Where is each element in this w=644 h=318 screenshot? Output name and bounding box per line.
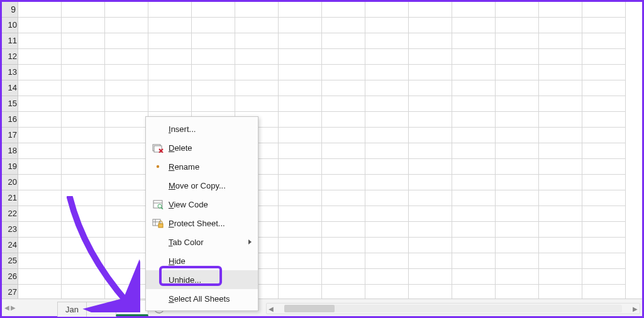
menu-item-delete[interactable]: Delete xyxy=(146,138,258,157)
cell[interactable] xyxy=(18,238,62,253)
cell[interactable] xyxy=(365,112,409,128)
menu-item-insert[interactable]: Insert... xyxy=(146,119,258,138)
cell[interactable] xyxy=(322,175,365,190)
cell[interactable] xyxy=(539,269,582,285)
cell[interactable] xyxy=(452,175,496,190)
cell[interactable] xyxy=(322,2,365,18)
cell[interactable] xyxy=(365,253,409,269)
cell[interactable] xyxy=(496,33,539,49)
horizontal-scrollbar[interactable]: ◀ ▶ xyxy=(266,303,640,314)
spreadsheet-grid[interactable]: 910111213141516171819202122232425262728 xyxy=(2,2,642,300)
row-header[interactable]: 18 xyxy=(2,143,18,159)
cell[interactable] xyxy=(409,65,452,80)
cell[interactable] xyxy=(452,18,496,33)
cell[interactable] xyxy=(18,2,62,18)
cell[interactable] xyxy=(365,190,409,206)
cell[interactable] xyxy=(279,269,322,285)
cell[interactable] xyxy=(322,49,365,65)
row-header[interactable]: 22 xyxy=(2,206,18,222)
cells-area[interactable] xyxy=(18,2,642,300)
cell[interactable] xyxy=(235,33,279,49)
cell[interactable] xyxy=(539,112,582,128)
cell[interactable] xyxy=(452,96,496,112)
cell[interactable] xyxy=(322,128,365,143)
cell[interactable] xyxy=(409,238,452,253)
cell[interactable] xyxy=(148,96,192,112)
cell[interactable] xyxy=(582,49,626,65)
cell[interactable] xyxy=(62,2,105,18)
cell[interactable] xyxy=(18,80,62,96)
cell[interactable] xyxy=(409,269,452,285)
cell[interactable] xyxy=(322,159,365,175)
cell[interactable] xyxy=(365,128,409,143)
cell[interactable] xyxy=(18,18,62,33)
cell[interactable] xyxy=(496,65,539,80)
cell[interactable] xyxy=(322,238,365,253)
cell[interactable] xyxy=(62,112,105,128)
cell[interactable] xyxy=(322,253,365,269)
cell[interactable] xyxy=(365,222,409,238)
cell[interactable] xyxy=(452,190,496,206)
cell[interactable] xyxy=(409,206,452,222)
cell[interactable] xyxy=(322,96,365,112)
row-header[interactable]: 25 xyxy=(2,253,18,269)
cell[interactable] xyxy=(18,96,62,112)
cell[interactable] xyxy=(452,33,496,49)
cell[interactable] xyxy=(62,49,105,65)
cell[interactable] xyxy=(18,206,62,222)
row-header[interactable]: 14 xyxy=(2,80,18,96)
cell[interactable] xyxy=(279,33,322,49)
cell[interactable] xyxy=(582,159,626,175)
cell[interactable] xyxy=(192,33,235,49)
cell[interactable] xyxy=(279,112,322,128)
cell[interactable] xyxy=(539,80,582,96)
cell[interactable] xyxy=(62,159,105,175)
menu-item-select_all[interactable]: Select All Sheets xyxy=(146,289,258,308)
cell[interactable] xyxy=(62,175,105,190)
cell[interactable] xyxy=(105,18,148,33)
cell[interactable] xyxy=(18,112,62,128)
cell[interactable] xyxy=(582,253,626,269)
cell[interactable] xyxy=(18,33,62,49)
cell[interactable] xyxy=(409,49,452,65)
cell[interactable] xyxy=(539,65,582,80)
row-header[interactable]: 15 xyxy=(2,96,18,112)
cell[interactable] xyxy=(235,80,279,96)
cell[interactable] xyxy=(322,112,365,128)
cell[interactable] xyxy=(322,190,365,206)
cell[interactable] xyxy=(365,18,409,33)
row-header[interactable]: 23 xyxy=(2,222,18,238)
cell[interactable] xyxy=(582,33,626,49)
cell[interactable] xyxy=(539,159,582,175)
cell[interactable] xyxy=(148,18,192,33)
cell[interactable] xyxy=(365,33,409,49)
cell[interactable] xyxy=(105,96,148,112)
cell[interactable] xyxy=(322,18,365,33)
cell[interactable] xyxy=(409,253,452,269)
cell[interactable] xyxy=(279,253,322,269)
cell[interactable] xyxy=(409,18,452,33)
cell[interactable] xyxy=(18,190,62,206)
cell[interactable] xyxy=(496,96,539,112)
cell[interactable] xyxy=(452,112,496,128)
row-header[interactable]: 17 xyxy=(2,128,18,143)
row-header[interactable]: 20 xyxy=(2,175,18,190)
cell[interactable] xyxy=(62,128,105,143)
cell[interactable] xyxy=(582,238,626,253)
row-header[interactable]: 16 xyxy=(2,112,18,128)
cell[interactable] xyxy=(18,175,62,190)
cell[interactable] xyxy=(235,18,279,33)
cell[interactable] xyxy=(62,143,105,159)
menu-item-hide[interactable]: Hide xyxy=(146,251,258,270)
cell[interactable] xyxy=(322,206,365,222)
tab-nav-arrows[interactable]: ◀ ▶ xyxy=(2,299,18,316)
cell[interactable] xyxy=(279,49,322,65)
cell[interactable] xyxy=(105,159,148,175)
cell[interactable] xyxy=(496,143,539,159)
menu-item-rename[interactable]: Rename xyxy=(146,157,258,176)
cell[interactable] xyxy=(279,18,322,33)
cell[interactable] xyxy=(105,65,148,80)
cell[interactable] xyxy=(62,206,105,222)
cell[interactable] xyxy=(496,80,539,96)
cell[interactable] xyxy=(539,49,582,65)
